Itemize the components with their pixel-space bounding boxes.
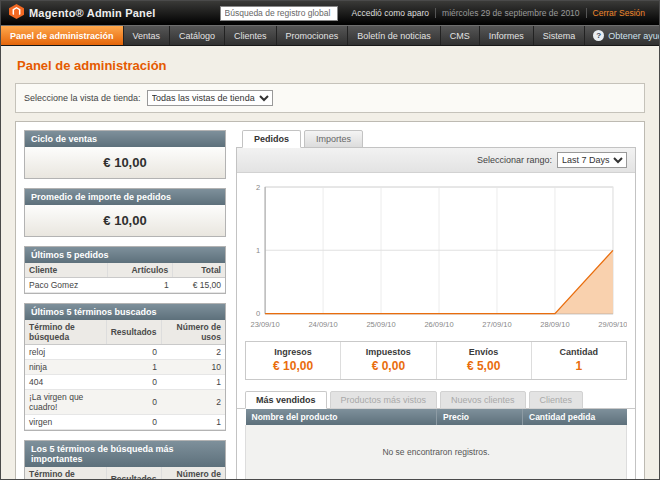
dashboard-panel: Ciclo de ventas € 10,00 Promedio de impo…: [15, 121, 645, 480]
table-cell: virgen: [25, 415, 106, 430]
top-search-table: Término de búsqueda Resultados Número de…: [25, 467, 225, 480]
global-search-input[interactable]: [220, 6, 338, 21]
table-cell: 2: [161, 345, 225, 360]
table-row: reloj02: [25, 345, 225, 360]
column-header: Término de búsqueda: [25, 320, 106, 345]
table-header-row: Nombre del producto Precio Cantidad pedi…: [246, 409, 627, 425]
average-orders-value: € 10,00: [25, 205, 225, 236]
nav-clientes[interactable]: Clientes: [225, 26, 277, 45]
svg-text:26/09/10: 26/09/10: [424, 320, 453, 329]
nav-boletin[interactable]: Boletín de noticias: [348, 26, 441, 45]
tab-mas-vendidos[interactable]: Más vendidos: [245, 391, 327, 409]
table-cell: 0: [106, 375, 161, 390]
total-label: Cantidad: [532, 347, 626, 357]
table-header-row: Término de búsqueda Resultados Número de…: [25, 467, 225, 480]
svg-text:25/09/10: 25/09/10: [366, 320, 395, 329]
orders-chart: 23/09/1024/09/1025/09/1026/09/1027/09/10…: [245, 179, 627, 332]
svg-text:27/09/10: 27/09/10: [482, 320, 511, 329]
logout-link[interactable]: Cerrar Sesión: [587, 8, 651, 18]
page-title: Panel de administración: [17, 58, 645, 73]
svg-text:29/09/10: 29/09/10: [598, 320, 627, 329]
nav-catalogo[interactable]: Catálogo: [170, 26, 225, 45]
range-select[interactable]: Last 7 Days: [557, 152, 627, 168]
empty-message: No se encontraron registros.: [246, 425, 627, 480]
svg-text:2: 2: [256, 183, 260, 192]
total-value: € 5,00: [437, 359, 531, 373]
table-cell: 1: [107, 278, 173, 293]
dashboard-main: Pedidos Importes Seleccionar rango: Last…: [236, 130, 636, 480]
top-search-title: Los 5 términos de búsqueda más important…: [25, 441, 225, 467]
main-nav: Panel de administración Ventas Catálogo …: [1, 25, 659, 46]
table-header-row: Término de búsqueda Resultados Número de…: [25, 320, 225, 345]
svg-text:1: 1: [256, 246, 260, 255]
nav-cms[interactable]: CMS: [441, 26, 480, 45]
tab-pedidos[interactable]: Pedidos: [242, 130, 301, 148]
magento-logo[interactable]: Magento® Admin Panel: [9, 4, 156, 23]
top-header: Magento® Admin Panel Accedió como aparo …: [1, 1, 659, 25]
nav-sistema[interactable]: Sistema: [534, 26, 586, 45]
last-search-title: Últimos 5 términos buscados: [25, 304, 225, 320]
last-search-table: Término de búsqueda Resultados Número de…: [25, 320, 225, 430]
table-cell: ¡La virgen que cuadro!: [25, 390, 106, 415]
table-row: ¡La virgen que cuadro!02: [25, 390, 225, 415]
table-cell: 1: [161, 375, 225, 390]
store-view-label: Seleccione la vista de tienda:: [24, 93, 141, 103]
table-cell: ninja: [25, 360, 106, 375]
last-orders-title: Últimos 5 pedidos: [25, 247, 225, 263]
svg-text:0: 0: [256, 309, 260, 318]
svg-text:24/09/10: 24/09/10: [308, 320, 337, 329]
bestsellers-table: Nombre del producto Precio Cantidad pedi…: [245, 409, 627, 480]
tab-clientes[interactable]: Clientes: [529, 391, 584, 409]
header-user-info: Accedió como aparo miércoles 29 de septi…: [346, 8, 651, 18]
total-impuestos: Impuestos € 0,00: [341, 342, 436, 379]
total-value: € 10,00: [246, 359, 340, 373]
magento-logo-icon: [9, 4, 24, 23]
tab-nuevos-clientes[interactable]: Nuevos clientes: [440, 391, 526, 409]
help-label: Obtener ayuda para esta página: [608, 31, 660, 41]
left-column: Ciclo de ventas € 10,00 Promedio de impo…: [24, 130, 226, 480]
total-value: 1: [532, 359, 626, 373]
table-cell: reloj: [25, 345, 106, 360]
current-date: miércoles 29 de septiembre de 2010: [435, 8, 587, 18]
total-envios: Envíos € 5,00: [437, 342, 532, 379]
range-bar: Seleccionar rango: Last 7 Days: [237, 148, 635, 173]
table-cell: € 15,00: [173, 278, 225, 293]
column-header: Número de usos: [161, 467, 225, 480]
chart-panel: Seleccionar rango: Last 7 Days 23/09/102…: [236, 148, 636, 480]
nav-ventas[interactable]: Ventas: [124, 26, 171, 45]
total-label: Envíos: [437, 347, 531, 357]
help-link[interactable]: ? Obtener ayuda para esta página: [585, 26, 660, 45]
top-search-box: Los 5 términos de búsqueda más important…: [24, 440, 226, 480]
nav-informes[interactable]: Informes: [480, 26, 534, 45]
table-header-row: Cliente Artículos Total: [25, 263, 225, 278]
tab-productos-mas-vistos[interactable]: Productos más vistos: [330, 391, 438, 409]
tab-importes[interactable]: Importes: [304, 130, 363, 148]
column-header: Artículos: [107, 263, 173, 278]
store-view-select[interactable]: Todas las vistas de tienda: [147, 90, 273, 106]
table-cell: 1: [106, 360, 161, 375]
nav-promociones[interactable]: Promociones: [277, 26, 349, 45]
total-ingresos: Ingresos € 10,00: [246, 342, 341, 379]
table-row: virgen01: [25, 415, 225, 430]
column-header: Resultados: [106, 467, 161, 480]
column-header: Cliente: [25, 263, 107, 278]
table-row: 40401: [25, 375, 225, 390]
average-orders-title: Promedio de importe de pedidos: [25, 189, 225, 205]
nav-dashboard[interactable]: Panel de administración: [1, 26, 124, 45]
last-orders-box: Últimos 5 pedidos Cliente Artículos Tota…: [24, 246, 226, 294]
table-cell: Paco Gomez: [25, 278, 107, 293]
column-header: Resultados: [106, 320, 161, 345]
chart-tabs: Pedidos Importes: [236, 130, 636, 148]
table-cell: 10: [161, 360, 225, 375]
help-icon: ?: [593, 30, 604, 41]
table-cell: 0: [106, 345, 161, 360]
table-cell: 404: [25, 375, 106, 390]
last-orders-table: Cliente Artículos Total Paco Gomez1€ 15,…: [25, 263, 225, 293]
logged-in-as: Accedió como aparo: [346, 8, 436, 18]
table-row: Paco Gomez1€ 15,00: [25, 278, 225, 293]
totals-bar: Ingresos € 10,00 Impuestos € 0,00 Envíos…: [245, 341, 627, 380]
empty-row: No se encontraron registros.: [246, 425, 627, 480]
total-cantidad: Cantidad 1: [532, 342, 626, 379]
table-cell: 0: [106, 390, 161, 415]
magento-admin-page: Magento® Admin Panel Accedió como aparo …: [0, 0, 660, 480]
